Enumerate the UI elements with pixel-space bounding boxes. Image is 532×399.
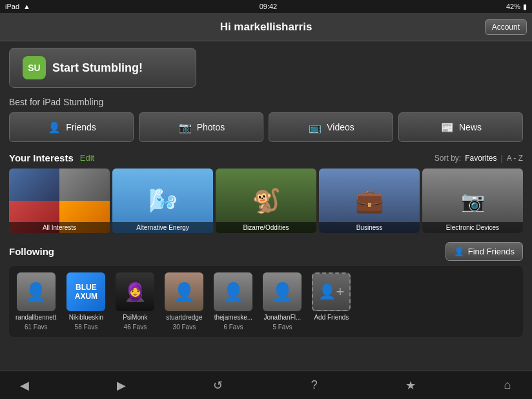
blueaxum-text: BLUEAXUM [75,283,97,301]
psimonk-icon: 🧕 [124,281,147,303]
tile-business-label: Business [319,222,420,233]
battery-label: 42% [506,3,520,10]
status-time: 09:42 [260,3,278,10]
sort-favorites-link[interactable]: Favorites [465,154,496,163]
add-friends-icon: 👤+ [318,283,344,300]
tile-all-interests[interactable]: All Interests [9,169,110,233]
start-stumbling-label: Start Stumbling! [52,61,143,75]
tile-bizarre-label: Bizarre/Oddities [216,222,316,233]
avatar-jonathanfl: 👤 [263,272,302,311]
user-thejameske[interactable]: 👤 thejameske... 6 Favs [214,272,252,331]
find-friends-button[interactable]: 👤 Find Friends [445,242,523,261]
refresh-button[interactable]: ↺ [206,374,229,397]
find-friends-label: Find Friends [468,247,515,256]
interests-header: Your Interests Edit Sort by: Favorites |… [9,152,523,163]
sort-divider: | [501,154,503,163]
user-favs-nikiblueskin: 58 Favs [75,323,98,331]
friends-button[interactable]: 👤 Friends [9,112,134,142]
user-name-jonathanfl: JonathanFl... [263,314,301,321]
electronic-icon: 📷 [461,190,485,212]
user-name-nikiblueskin: Nikiblueskin [69,314,103,321]
user-jonathanfl[interactable]: 👤 JonathanFl... 5 Favs [263,272,302,331]
stuartdredge-icon: 👤 [173,281,196,303]
status-right: 42% ▮ [506,3,527,11]
device-label: iPad [5,3,19,10]
avatar-stuartdredge: 👤 [165,272,203,311]
find-friends-icon: 👤 [454,247,464,256]
user-favs-jonathanfl: 5 Favs [272,323,292,331]
business-icon: 💼 [355,187,384,214]
back-button[interactable]: ◀ [13,374,36,397]
user-randallbennett[interactable]: 👤 randallbennett 61 Favs [15,272,56,331]
account-button[interactable]: Account [485,19,527,35]
tile-electronic-label: Electronic Devices [422,222,523,233]
bottom-nav: ◀ ▶ ↺ ? ★ ⌂ [0,371,532,399]
avatar-randallbennett: 👤 [17,272,56,311]
forward-button[interactable]: ▶ [110,374,133,397]
following-box: 👤 randallbennett 61 Favs BLUEAXUM Nikibl… [9,266,523,337]
interests-header-left: Your Interests Edit [9,152,94,163]
user-name-add-friends: Add Friends [314,314,349,321]
tile-alt-energy-label: Alternative Energy [112,222,213,233]
news-icon: 📰 [440,119,455,135]
collage-cell-1 [9,169,59,201]
header: Hi markellisharris Account [0,13,532,41]
tile-bizarre[interactable]: 🐒 Bizarre/Oddities [216,169,316,233]
help-button[interactable]: ? [303,374,326,397]
sort-by-label: Sort by: [435,154,461,163]
sort-controls: Sort by: Favorites | A - Z [435,154,523,163]
user-name-stuartdredge: stuartdredge [166,314,202,321]
start-stumbling-button[interactable]: SU Start Stumbling! [9,48,196,88]
avatar-nikiblueskin: BLUEAXUM [66,272,105,311]
following-header: Following 👤 Find Friends [9,242,523,261]
category-buttons: 👤 Friends 📷 Photos 📺 Videos 📰 News [9,112,523,142]
avatar-thejameske: 👤 [214,272,252,311]
su-icon: SU [23,56,46,79]
avatar-psimonk: 🧕 [116,272,154,311]
best-section-title: Best for iPad Stumbling [9,97,523,107]
photos-button[interactable]: 📷 Photos [139,112,263,142]
tile-electronic[interactable]: 📷 Electronic Devices [422,169,523,233]
user-name-randallbennett: randallbennett [15,314,56,321]
collage-cell-2 [59,169,110,201]
tile-business[interactable]: 💼 Business [319,169,420,233]
battery-icon: ▮ [523,3,527,11]
user-name-thejameske: thejameske... [214,314,252,321]
videos-label: Videos [327,122,354,132]
tile-all-interests-label: All Interests [9,222,110,233]
interests-tiles: All Interests 🌬️ Alternative Energy 🐒 Bi… [9,169,523,233]
friends-icon: 👤 [46,119,62,135]
news-label: News [459,122,482,132]
user-nikiblueskin[interactable]: BLUEAXUM Nikiblueskin 58 Favs [66,272,105,331]
bizarre-icon: 🐒 [252,187,281,214]
edit-interests-link[interactable]: Edit [80,153,94,163]
tile-alt-energy[interactable]: 🌬️ Alternative Energy [112,169,213,233]
avatar-add-friends: 👤+ [312,272,351,311]
user-stuartdredge[interactable]: 👤 stuartdredge 30 Favs [165,272,203,331]
user-name-psimonk: PsiMonk [123,314,147,321]
wifi-icon: ▲ [23,3,30,10]
favorites-button[interactable]: ★ [399,374,422,397]
friends-label: Friends [66,122,96,132]
user-psimonk[interactable]: 🧕 PsiMonk 46 Favs [116,272,154,331]
user-favs-stuartdredge: 30 Favs [173,323,196,331]
videos-icon: 📺 [307,119,323,135]
photos-label: Photos [197,122,225,132]
home-button[interactable]: ⌂ [496,374,519,397]
status-left: iPad ▲ [5,3,30,10]
interests-title: Your Interests [9,152,74,163]
user-favs-randallbennett: 61 Favs [25,323,48,331]
videos-button[interactable]: 📺 Videos [269,112,393,142]
following-title: Following [9,246,54,257]
user-favs-thejameske: 6 Favs [223,323,243,331]
main-content: SU Start Stumbling! Best for iPad Stumbl… [0,41,532,343]
photos-icon: 📷 [178,119,193,135]
status-bar: iPad ▲ 09:42 42% ▮ [0,0,532,13]
wind-turbine-icon: 🌬️ [148,187,178,214]
header-title: Hi markellisharris [220,21,312,34]
user-favs-psimonk: 46 Favs [124,323,147,331]
user-add-friends[interactable]: 👤+ Add Friends [312,272,351,321]
news-button[interactable]: 📰 News [398,112,523,142]
sort-az-link[interactable]: A - Z [507,154,523,163]
